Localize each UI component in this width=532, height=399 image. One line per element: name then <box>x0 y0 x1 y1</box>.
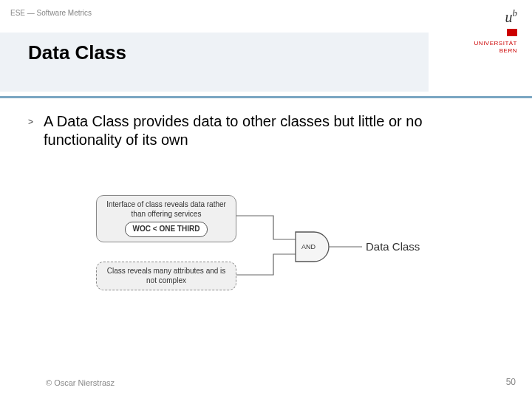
course-label: ESE — Software Metrics <box>10 9 92 17</box>
university-logo: ub UNIVERSITÄT BERN <box>429 7 517 55</box>
logo-red-square <box>507 29 517 36</box>
bullet-text: A Data Class provides data to other clas… <box>44 112 504 149</box>
diagram-result-label: Data Class <box>366 240 420 253</box>
slide: ESE — Software Metrics Data Class ub UNI… <box>0 0 532 399</box>
body-content: > A Data Class provides data to other cl… <box>28 112 504 149</box>
diagram: Interface of class reveals data rather t… <box>96 195 436 328</box>
bullet-marker: > <box>28 117 33 127</box>
logo-u: u <box>505 9 513 25</box>
logo-university-line1: UNIVERSITÄT <box>429 41 517 47</box>
footer-page-number: 50 <box>506 377 516 387</box>
logo-university-line2: BERN <box>429 48 517 55</box>
footer-author: © Oscar Nierstrasz <box>46 378 115 387</box>
diagram-connectors <box>96 195 436 328</box>
page-title: Data Class <box>28 41 126 64</box>
bullet-row: > A Data Class provides data to other cl… <box>28 112 504 149</box>
logo-letters: ub <box>429 7 517 26</box>
logo-b: b <box>513 7 518 18</box>
and-gate-label: AND <box>301 243 316 250</box>
divider-line <box>0 96 532 98</box>
